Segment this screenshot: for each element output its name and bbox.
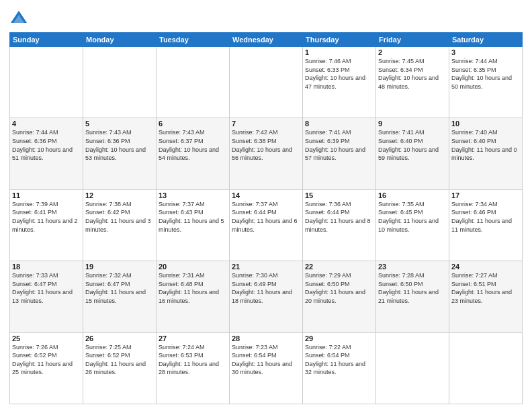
header-cell-saturday: Saturday [449,33,523,47]
header-cell-thursday: Thursday [303,33,376,47]
day-cell: 14Sunrise: 7:37 AMSunset: 6:44 PMDayligh… [230,189,303,261]
day-info: Sunrise: 7:39 AMSunset: 6:41 PMDaylight:… [12,200,81,234]
logo [9,9,31,28]
day-info: Sunrise: 7:33 AMSunset: 6:47 PMDaylight:… [12,271,81,305]
day-cell: 9Sunrise: 7:41 AMSunset: 6:40 PMDaylight… [376,118,449,189]
day-info: Sunrise: 7:26 AMSunset: 6:52 PMDaylight:… [12,343,81,377]
header [9,7,523,28]
day-info: Sunrise: 7:32 AMSunset: 6:47 PMDaylight:… [85,271,154,305]
day-cell: 11Sunrise: 7:39 AMSunset: 6:41 PMDayligh… [10,189,83,261]
day-number: 15 [305,191,373,199]
day-info: Sunrise: 7:23 AMSunset: 6:54 PMDaylight:… [232,343,300,377]
day-number: 3 [451,48,520,56]
header-cell-friday: Friday [376,33,449,47]
day-cell [157,47,230,118]
day-cell [376,332,449,404]
day-cell: 12Sunrise: 7:38 AMSunset: 6:42 PMDayligh… [83,189,157,261]
day-cell: 23Sunrise: 7:28 AMSunset: 6:50 PMDayligh… [376,261,449,332]
day-number: 12 [85,191,154,199]
day-info: Sunrise: 7:25 AMSunset: 6:52 PMDaylight:… [85,343,154,377]
day-number: 29 [305,334,373,342]
day-cell: 3Sunrise: 7:44 AMSunset: 6:35 PMDaylight… [449,47,523,118]
day-info: Sunrise: 7:22 AMSunset: 6:54 PMDaylight:… [305,343,373,377]
calendar-table: SundayMondayTuesdayWednesdayThursdayFrid… [9,32,523,404]
day-cell: 22Sunrise: 7:29 AMSunset: 6:50 PMDayligh… [303,261,376,332]
day-cell: 19Sunrise: 7:32 AMSunset: 6:47 PMDayligh… [83,261,157,332]
day-number: 11 [12,191,81,199]
day-info: Sunrise: 7:43 AMSunset: 6:37 PMDaylight:… [159,128,227,162]
week-row-2: 11Sunrise: 7:39 AMSunset: 6:41 PMDayligh… [10,189,523,261]
day-number: 26 [85,334,154,342]
day-cell: 8Sunrise: 7:41 AMSunset: 6:39 PMDaylight… [303,118,376,189]
day-info: Sunrise: 7:28 AMSunset: 6:50 PMDaylight:… [378,271,447,305]
day-cell: 10Sunrise: 7:40 AMSunset: 6:40 PMDayligh… [449,118,523,189]
day-number: 21 [232,263,300,271]
day-number: 6 [159,120,227,128]
day-info: Sunrise: 7:36 AMSunset: 6:44 PMDaylight:… [305,200,373,234]
day-cell [10,47,83,118]
day-info: Sunrise: 7:37 AMSunset: 6:44 PMDaylight:… [232,200,300,234]
header-cell-wednesday: Wednesday [230,33,303,47]
week-row-0: 1Sunrise: 7:46 AMSunset: 6:33 PMDaylight… [10,47,523,118]
day-info: Sunrise: 7:29 AMSunset: 6:50 PMDaylight:… [305,271,373,305]
day-cell: 1Sunrise: 7:46 AMSunset: 6:33 PMDaylight… [303,47,376,118]
week-row-4: 25Sunrise: 7:26 AMSunset: 6:52 PMDayligh… [10,332,523,404]
calendar-body: 1Sunrise: 7:46 AMSunset: 6:33 PMDaylight… [10,47,523,404]
day-cell: 24Sunrise: 7:27 AMSunset: 6:51 PMDayligh… [449,261,523,332]
day-info: Sunrise: 7:43 AMSunset: 6:36 PMDaylight:… [85,128,154,162]
day-cell [83,47,157,118]
day-info: Sunrise: 7:44 AMSunset: 6:35 PMDaylight:… [451,57,520,91]
day-cell: 26Sunrise: 7:25 AMSunset: 6:52 PMDayligh… [83,332,157,404]
header-cell-sunday: Sunday [10,33,83,47]
day-cell: 21Sunrise: 7:30 AMSunset: 6:49 PMDayligh… [230,261,303,332]
day-cell: 28Sunrise: 7:23 AMSunset: 6:54 PMDayligh… [230,332,303,404]
day-number: 10 [451,120,520,128]
day-number: 1 [305,48,373,56]
day-number: 5 [85,120,154,128]
day-cell [230,47,303,118]
day-cell: 20Sunrise: 7:31 AMSunset: 6:48 PMDayligh… [157,261,230,332]
header-cell-tuesday: Tuesday [157,33,230,47]
week-row-1: 4Sunrise: 7:44 AMSunset: 6:36 PMDaylight… [10,118,523,189]
day-info: Sunrise: 7:34 AMSunset: 6:46 PMDaylight:… [451,200,520,234]
day-info: Sunrise: 7:35 AMSunset: 6:45 PMDaylight:… [378,200,447,234]
day-cell: 17Sunrise: 7:34 AMSunset: 6:46 PMDayligh… [449,189,523,261]
day-cell: 5Sunrise: 7:43 AMSunset: 6:36 PMDaylight… [83,118,157,189]
day-info: Sunrise: 7:24 AMSunset: 6:53 PMDaylight:… [159,343,227,377]
day-cell [449,332,523,404]
day-cell: 27Sunrise: 7:24 AMSunset: 6:53 PMDayligh… [157,332,230,404]
day-info: Sunrise: 7:46 AMSunset: 6:33 PMDaylight:… [305,57,373,91]
day-info: Sunrise: 7:41 AMSunset: 6:39 PMDaylight:… [305,128,373,162]
day-info: Sunrise: 7:44 AMSunset: 6:36 PMDaylight:… [12,128,81,162]
day-cell: 2Sunrise: 7:45 AMSunset: 6:34 PMDaylight… [376,47,449,118]
day-number: 8 [305,120,373,128]
day-info: Sunrise: 7:40 AMSunset: 6:40 PMDaylight:… [451,128,520,162]
day-number: 14 [232,191,300,199]
day-number: 27 [159,334,227,342]
day-number: 19 [85,263,154,271]
day-number: 16 [378,191,447,199]
day-cell: 15Sunrise: 7:36 AMSunset: 6:44 PMDayligh… [303,189,376,261]
day-cell: 18Sunrise: 7:33 AMSunset: 6:47 PMDayligh… [10,261,83,332]
header-cell-monday: Monday [83,33,157,47]
day-number: 25 [12,334,81,342]
week-row-3: 18Sunrise: 7:33 AMSunset: 6:47 PMDayligh… [10,261,523,332]
day-number: 2 [378,48,447,56]
day-number: 7 [232,120,300,128]
logo-icon [9,9,28,28]
day-number: 24 [451,263,520,271]
page: SundayMondayTuesdayWednesdayThursdayFrid… [0,0,532,411]
day-number: 20 [159,263,227,271]
day-info: Sunrise: 7:41 AMSunset: 6:40 PMDaylight:… [378,128,447,162]
day-info: Sunrise: 7:30 AMSunset: 6:49 PMDaylight:… [232,271,300,305]
day-number: 4 [12,120,81,128]
day-number: 23 [378,263,447,271]
day-number: 22 [305,263,373,271]
day-cell: 29Sunrise: 7:22 AMSunset: 6:54 PMDayligh… [303,332,376,404]
day-cell: 13Sunrise: 7:37 AMSunset: 6:43 PMDayligh… [157,189,230,261]
day-info: Sunrise: 7:27 AMSunset: 6:51 PMDaylight:… [451,271,520,305]
day-cell: 16Sunrise: 7:35 AMSunset: 6:45 PMDayligh… [376,189,449,261]
day-info: Sunrise: 7:31 AMSunset: 6:48 PMDaylight:… [159,271,227,305]
day-number: 9 [378,120,447,128]
day-cell: 7Sunrise: 7:42 AMSunset: 6:38 PMDaylight… [230,118,303,189]
